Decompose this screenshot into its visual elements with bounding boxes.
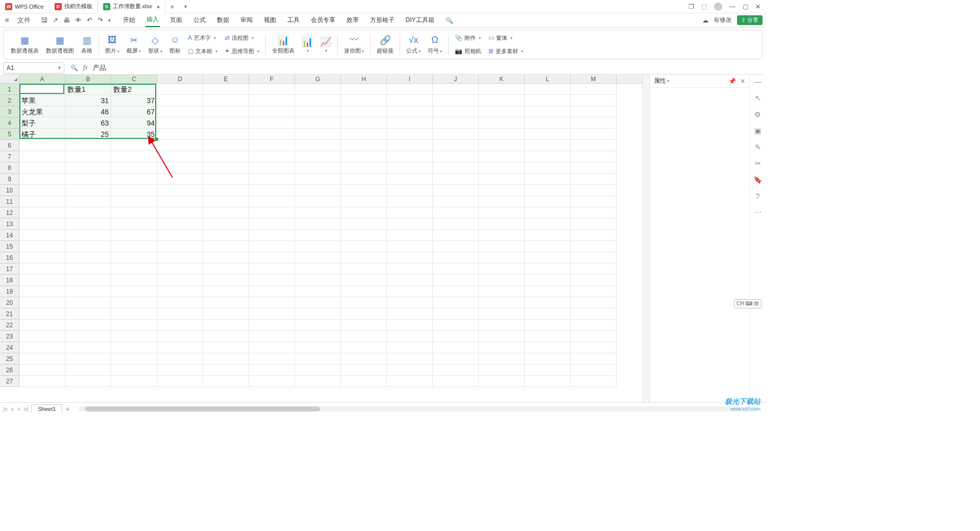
cell[interactable]	[65, 286, 111, 297]
cell[interactable]	[525, 185, 571, 196]
more-icon[interactable]: ⋯	[754, 208, 762, 216]
cell[interactable]	[111, 275, 157, 286]
cell[interactable]	[433, 241, 479, 252]
tab-menu-button[interactable]: ▾	[179, 4, 192, 9]
cell[interactable]	[65, 263, 111, 275]
cell[interactable]: 数量1	[65, 84, 111, 95]
cell[interactable]	[295, 308, 341, 320]
cell[interactable]	[249, 353, 295, 365]
cell[interactable]	[19, 196, 65, 207]
cell[interactable]	[525, 162, 571, 174]
cell[interactable]	[203, 241, 249, 252]
cell[interactable]	[433, 353, 479, 365]
cell[interactable]	[249, 241, 295, 252]
cell[interactable]	[387, 196, 433, 207]
cell[interactable]	[65, 207, 111, 219]
cell[interactable]	[571, 185, 617, 196]
cell[interactable]	[387, 207, 433, 219]
cell[interactable]	[525, 331, 571, 342]
cell[interactable]	[203, 117, 249, 129]
cell[interactable]	[249, 84, 295, 95]
row-header[interactable]: 9	[0, 174, 19, 185]
cell[interactable]	[571, 207, 617, 219]
cell[interactable]	[249, 174, 295, 185]
cell[interactable]	[157, 308, 203, 320]
cell[interactable]	[295, 207, 341, 219]
cell[interactable]	[203, 365, 249, 376]
first-sheet-button[interactable]: |<	[3, 406, 8, 412]
cell[interactable]	[295, 185, 341, 196]
cell[interactable]	[157, 252, 203, 263]
cell[interactable]	[433, 275, 479, 286]
cell[interactable]: 25	[65, 129, 111, 140]
cell[interactable]	[387, 331, 433, 342]
cell[interactable]	[65, 252, 111, 263]
help-icon[interactable]: ?	[756, 192, 760, 200]
cell[interactable]	[203, 376, 249, 387]
tab-view[interactable]: 视图	[263, 14, 277, 27]
qat-dropdown[interactable]: ▾	[108, 18, 111, 23]
row-header[interactable]: 17	[0, 263, 19, 275]
cell[interactable]	[387, 241, 433, 252]
row-header[interactable]: 7	[0, 151, 19, 162]
cell[interactable]	[341, 151, 387, 162]
cell[interactable]	[571, 230, 617, 241]
cell[interactable]	[571, 275, 617, 286]
cell[interactable]	[479, 263, 525, 275]
cell[interactable]	[387, 286, 433, 297]
formula-value[interactable]: 产品	[93, 63, 106, 73]
cell[interactable]	[387, 365, 433, 376]
cell[interactable]	[433, 162, 479, 174]
tab-page[interactable]: 页面	[169, 14, 183, 27]
cell[interactable]	[387, 252, 433, 263]
cell[interactable]	[387, 320, 433, 331]
cell[interactable]	[525, 106, 571, 117]
sheet-tab-1[interactable]: Sheet1	[31, 404, 62, 413]
cell[interactable]	[249, 207, 295, 219]
cell[interactable]	[157, 162, 203, 174]
cell[interactable]	[571, 219, 617, 230]
cell[interactable]	[249, 365, 295, 376]
cell[interactable]	[65, 185, 111, 196]
app-tab-template[interactable]: D 找稻壳模板	[50, 0, 98, 13]
cell[interactable]	[19, 151, 65, 162]
cell[interactable]: 37	[111, 95, 157, 106]
cell[interactable]	[157, 297, 203, 308]
cell[interactable]	[341, 162, 387, 174]
cell[interactable]	[433, 106, 479, 117]
cell[interactable]	[111, 342, 157, 353]
cell[interactable]	[387, 162, 433, 174]
cell[interactable]	[525, 174, 571, 185]
undo-icon[interactable]: ↶	[87, 16, 92, 24]
mindmap-button[interactable]: ✦思维导图▾	[225, 45, 259, 57]
cell[interactable]	[203, 140, 249, 151]
cell[interactable]	[525, 297, 571, 308]
cell[interactable]	[571, 297, 617, 308]
cell[interactable]	[387, 174, 433, 185]
cell[interactable]	[157, 353, 203, 365]
cell[interactable]	[479, 376, 525, 387]
cell[interactable]	[203, 353, 249, 365]
table-button[interactable]: ▥表格	[78, 30, 95, 59]
cell[interactable]	[65, 162, 111, 174]
layers-icon[interactable]: ▣	[754, 127, 761, 135]
add-tab-button[interactable]: +	[165, 3, 179, 11]
cell[interactable]	[19, 297, 65, 308]
cell[interactable]	[203, 84, 249, 95]
cell[interactable]	[341, 365, 387, 376]
cell[interactable]	[571, 129, 617, 140]
cell[interactable]	[387, 342, 433, 353]
cell[interactable]	[111, 263, 157, 275]
cell[interactable]	[571, 252, 617, 263]
cell[interactable]	[387, 263, 433, 275]
cell[interactable]: 火龙果	[19, 106, 65, 117]
cell[interactable]	[341, 252, 387, 263]
cell[interactable]	[249, 342, 295, 353]
cell[interactable]	[65, 174, 111, 185]
cell[interactable]	[387, 151, 433, 162]
cell[interactable]	[203, 106, 249, 117]
close-button[interactable]: ✕	[755, 3, 761, 10]
cell[interactable]	[65, 342, 111, 353]
hyperlink-button[interactable]: 🔗超链接	[374, 30, 397, 59]
cell[interactable]	[433, 151, 479, 162]
